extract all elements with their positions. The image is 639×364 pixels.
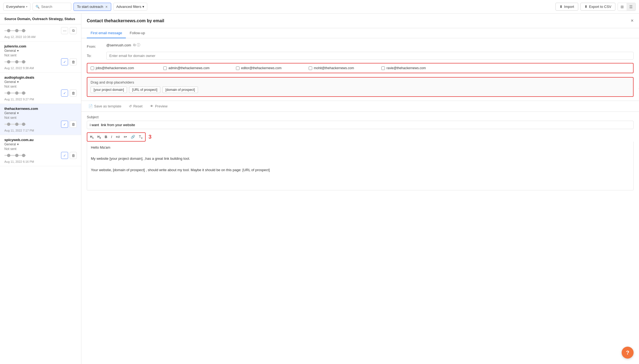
tab-first-email[interactable]: First email message [87, 28, 126, 38]
list-item: ravie@thehackernews.com [381, 66, 452, 70]
rte-h1-button[interactable]: H1 [88, 134, 95, 140]
adv-filter-label: Advanced filters [116, 5, 142, 9]
email-form: From: @semrush.com ⧉ ⓘ To: [81, 38, 639, 195]
close-panel-button[interactable]: × [631, 18, 634, 24]
rte-section: H1 H2 B I ≡# ≡• 🔗 Tx 3 Hello Ma'am [87, 132, 634, 190]
from-icons: ⧉ ⓘ [133, 43, 140, 47]
approve-button[interactable]: ✓ [61, 58, 68, 65]
progress-slider [4, 92, 26, 94]
item-actions: ✓ 🗑 [61, 90, 77, 97]
chevron-down-icon: ▾ [17, 111, 19, 115]
location-dropdown[interactable]: Everywhere ▾ [3, 3, 30, 11]
info-icon[interactable]: ⓘ [137, 43, 140, 47]
list-item[interactable]: ⋯ ⧉ Aug 12, 2022 10:38 AM [0, 24, 81, 41]
panel-title: Contact thehackernews.com by email [87, 18, 164, 23]
to-email-input[interactable] [106, 52, 634, 60]
approve-button[interactable]: ✓ [61, 90, 68, 97]
rte-ul-button[interactable]: ≡• [122, 134, 129, 140]
rte-clear-format-button[interactable]: Tx [137, 134, 144, 140]
rte-h2-button[interactable]: H2 [96, 134, 103, 140]
placeholder-tag-3[interactable]: [domain of prospect] [162, 87, 198, 93]
item-actions: ⋯ ⧉ [61, 27, 77, 34]
progress-slider [4, 30, 26, 31]
status-badge: Not sent [4, 85, 77, 88]
approve-button[interactable]: ✓ [61, 152, 68, 159]
suggestion-email: ravie@thehackernews.com [386, 66, 426, 70]
strategy-label: General ▾ [4, 80, 77, 84]
body-line-3: Your webstie, [domain of prospect] , sho… [91, 167, 630, 173]
suggestions-box: jobs@thehackernews.com admin@thehackerne… [87, 63, 634, 73]
chevron-down-icon: ▾ [17, 142, 19, 146]
date-text: Aug 11, 2022 7:17 PM [4, 129, 77, 132]
delete-button[interactable]: 🗑 [70, 90, 77, 97]
domain-name: spicyweb.com.au [4, 138, 77, 142]
subject-label: Subject [87, 115, 634, 119]
suggestion-email: editor@thehackernews.com [241, 66, 282, 70]
grid-view-button[interactable]: ⊞ [618, 3, 627, 11]
delete-button[interactable]: 🗑 [70, 121, 77, 128]
search-input[interactable] [41, 5, 68, 9]
advanced-filters-button[interactable]: Advanced filters ▾ [113, 3, 148, 11]
help-button[interactable]: ? [622, 347, 634, 359]
top-bar: Everywhere ▾ 🔍 To start outreach × Advan… [0, 0, 639, 14]
tab-followup[interactable]: Follow-up [126, 28, 149, 38]
rte-link-button[interactable]: 🔗 [129, 134, 137, 140]
placeholder-tags: [your project domain] [URL of prospect] … [91, 87, 630, 93]
placeholder-tag-2[interactable]: [URL of prospect] [129, 87, 160, 93]
date-text: Aug 11, 2022 6:16 PM [4, 160, 77, 163]
email-body[interactable]: Hello Ma'am My website [your project dom… [87, 142, 634, 190]
save-as-template-button[interactable]: 📄 Save as template [87, 103, 123, 109]
date-text: Aug 12, 2022 10:38 AM [4, 35, 77, 39]
top-bar-left: Everywhere ▾ 🔍 To start outreach × Advan… [3, 3, 553, 11]
email-checkbox-3[interactable] [236, 66, 239, 70]
list-view-button[interactable]: ☰ [627, 3, 635, 11]
preview-button[interactable]: 👁 Preview [148, 103, 169, 109]
rte-italic-button[interactable]: I [109, 134, 114, 140]
export-button[interactable]: ⬆ Export to CSV [580, 3, 615, 11]
slider-thumb [7, 154, 10, 157]
placeholders-box: Drag and drop placeholders [your project… [87, 77, 634, 97]
filter-tag-label: To start outreach [77, 5, 103, 9]
export-icon: ⬆ [584, 5, 587, 9]
strategy-label: General ▾ [4, 111, 77, 115]
rte-ol-button[interactable]: ≡# [114, 134, 122, 140]
email-checkbox-2[interactable] [163, 66, 167, 70]
from-value: @semrush.com [106, 43, 131, 47]
email-checkbox-4[interactable] [309, 66, 312, 70]
email-checkbox-5[interactable] [381, 66, 385, 70]
date-text: Aug 11, 2022 9:27 PM [4, 98, 77, 101]
list-item[interactable]: julienrio.com General ▾ Not sent ✓ 🗑 Aug… [0, 41, 81, 73]
copy-email-icon[interactable]: ⧉ [133, 43, 136, 47]
slider-thumb [22, 60, 25, 63]
tab-bar: First email message Follow-up [81, 28, 639, 38]
copy-button[interactable]: ⧉ [70, 27, 77, 34]
delete-button[interactable]: 🗑 [70, 58, 77, 65]
rte-bold-button[interactable]: B [103, 134, 109, 140]
reset-button[interactable]: ↺ Reset [127, 103, 144, 109]
suggestions-grid: jobs@thehackernews.com admin@thehackerne… [91, 66, 630, 70]
slider-thumb [15, 91, 18, 95]
item-actions: ✓ 🗑 [61, 152, 77, 159]
chevron-down-icon: ▾ [17, 80, 19, 84]
approve-button[interactable]: ✓ [61, 121, 68, 128]
list-item[interactable]: spicyweb.com.au General ▾ Not sent ✓ 🗑 A… [0, 135, 81, 166]
slider-thumb [22, 123, 25, 126]
subject-input[interactable] [87, 121, 634, 129]
placeholder-tag-1[interactable]: [your project domain] [91, 87, 127, 93]
delete-button[interactable]: 🗑 [70, 152, 77, 159]
template-icon: 📄 [88, 104, 93, 108]
list-item[interactable]: thehackernews.com General ▾ Not sent ✓ 🗑… [0, 104, 81, 135]
list-item[interactable]: audioplugin.deals General ▾ Not sent ✓ 🗑… [0, 73, 81, 104]
more-options-icon[interactable]: ⋯ [61, 27, 68, 34]
close-icon[interactable]: × [105, 5, 107, 9]
reset-icon: ↺ [129, 104, 132, 108]
domain-name: thehackernews.com [4, 107, 77, 111]
email-checkbox-1[interactable] [91, 66, 94, 70]
item-actions: ✓ 🗑 [61, 58, 77, 65]
template-toolbar: 📄 Save as template ↺ Reset 👁 Preview [81, 101, 639, 112]
import-button[interactable]: ⬇ Import [555, 3, 578, 11]
subject-section: Subject [87, 115, 634, 129]
filter-tag[interactable]: To start outreach × [74, 3, 111, 11]
list-item: editor@thehackernews.com [236, 66, 306, 70]
slider-thumb [22, 29, 25, 32]
